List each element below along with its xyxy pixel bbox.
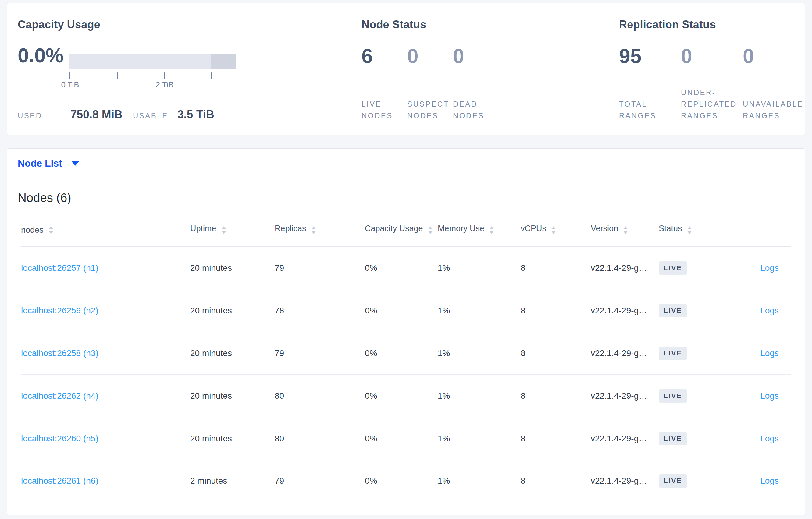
- column-header-uptime[interactable]: Uptime: [190, 224, 274, 236]
- node-link[interactable]: localhost:26260 (n5): [21, 434, 98, 443]
- logs-link[interactable]: Logs: [760, 263, 779, 273]
- table-row: localhost:26259 (n2) 20 minutes 78 0% 1%…: [21, 289, 791, 332]
- axis-tick: [69, 72, 70, 79]
- version-cell: v22.1.4-29-g…: [591, 391, 659, 401]
- logs-link[interactable]: Logs: [760, 434, 779, 443]
- node-status-section: Node Status 6 LIVE NODES 0 SUSPECT NODES…: [361, 18, 617, 31]
- uptime-cell: 2 minutes: [190, 476, 274, 486]
- column-header-capacity-usage[interactable]: Capacity Usage: [365, 224, 438, 236]
- used-label: USED: [18, 112, 70, 120]
- table-row: localhost:26257 (n1) 20 minutes 79 0% 1%…: [21, 247, 791, 289]
- uptime-cell: 20 minutes: [190, 263, 274, 273]
- replicas-cell: 79: [274, 263, 365, 273]
- uptime-cell: 20 minutes: [190, 348, 274, 358]
- table-row: localhost:26258 (n3) 20 minutes 79 0% 1%…: [21, 332, 791, 375]
- usable-value: 3.5 TiB: [177, 108, 214, 121]
- node-link[interactable]: localhost:26257 (n1): [21, 263, 98, 273]
- cluster-summary-card: Capacity Usage 0.0% 0 TiB 2 TiB USED 750…: [7, 3, 805, 135]
- node-list-dropdown[interactable]: Node List: [18, 158, 62, 169]
- version-cell: v22.1.4-29-g…: [591, 306, 659, 315]
- capacity-usage-title: Capacity Usage: [18, 18, 359, 31]
- suspect-nodes-count: 0: [407, 46, 447, 66]
- capacity-bar-other-segment: [211, 54, 236, 69]
- capacity-cell: 0%: [365, 434, 438, 444]
- uptime-cell: 20 minutes: [190, 306, 274, 315]
- vcpus-cell: 8: [521, 263, 591, 273]
- replication-status-section: Replication Status 95 TOTAL RANGES 0 UND…: [619, 18, 802, 31]
- vcpus-cell: 8: [521, 348, 591, 358]
- memory-cell: 1%: [438, 306, 521, 315]
- logs-link[interactable]: Logs: [760, 391, 779, 400]
- column-header-vcpus[interactable]: vCPUs: [521, 224, 591, 236]
- status-badge: LIVE: [659, 346, 687, 360]
- logs-link[interactable]: Logs: [760, 306, 779, 315]
- suspect-nodes-label: SUSPECT NODES: [407, 98, 447, 122]
- under-replicated-ranges-stat: 0 UNDER-REPLICATED RANGES: [681, 46, 736, 122]
- column-header-version[interactable]: Version: [591, 224, 659, 236]
- memory-cell: 1%: [438, 263, 521, 273]
- column-header-status[interactable]: Status: [659, 224, 729, 236]
- sort-icon: [687, 226, 692, 234]
- vcpus-cell: 8: [521, 434, 591, 444]
- uptime-cell: 20 minutes: [190, 434, 274, 444]
- dead-nodes-count: 0: [453, 46, 493, 66]
- capacity-cell: 0%: [365, 263, 438, 273]
- capacity-cell: 0%: [365, 348, 438, 358]
- replication-status-title: Replication Status: [619, 18, 802, 31]
- node-status-title: Node Status: [361, 18, 617, 31]
- sort-icon: [489, 226, 494, 234]
- memory-cell: 1%: [438, 476, 521, 486]
- node-link[interactable]: localhost:26262 (n4): [21, 391, 98, 400]
- nodes-table: nodes Uptime Replicas Capacity Usage Mem…: [21, 214, 791, 502]
- replicas-cell: 79: [274, 348, 365, 358]
- unavailable-ranges-count: 0: [743, 46, 798, 66]
- suspect-nodes-stat: 0 SUSPECT NODES: [407, 46, 447, 122]
- vcpus-cell: 8: [521, 306, 591, 315]
- node-link[interactable]: localhost:26261 (n6): [21, 476, 98, 486]
- axis-tick: [164, 72, 165, 79]
- live-nodes-stat: 6 LIVE NODES: [361, 46, 401, 122]
- replicas-cell: 80: [274, 434, 365, 444]
- memory-cell: 1%: [438, 391, 521, 401]
- status-badge: LIVE: [659, 432, 687, 445]
- node-list-card: Node List Nodes (6) nodes Uptime Replica…: [7, 148, 805, 515]
- replicas-cell: 79: [274, 476, 365, 486]
- capacity-percent-value: 0.0%: [18, 45, 63, 65]
- logs-link[interactable]: Logs: [760, 348, 779, 358]
- status-badge: LIVE: [659, 389, 687, 403]
- used-value: 750.8 MiB: [70, 108, 133, 121]
- node-list-dropdown-bar: Node List: [7, 149, 805, 178]
- unavailable-ranges-stat: 0 UNAVAILABLE RANGES: [743, 46, 798, 122]
- axis-tick: [211, 72, 212, 79]
- usable-label: USABLE: [133, 112, 177, 120]
- capacity-cell: 0%: [365, 391, 438, 401]
- axis-tick: [117, 72, 118, 79]
- sort-icon: [428, 226, 433, 234]
- capacity-usage-bar: [69, 54, 236, 69]
- version-cell: v22.1.4-29-g…: [591, 348, 659, 358]
- status-badge: LIVE: [659, 261, 687, 275]
- status-badge: LIVE: [659, 304, 687, 317]
- unavailable-ranges-label: UNAVAILABLE RANGES: [743, 98, 798, 122]
- live-nodes-count: 6: [361, 46, 401, 66]
- column-header-replicas[interactable]: Replicas: [274, 224, 365, 236]
- memory-cell: 1%: [438, 434, 521, 444]
- node-link[interactable]: localhost:26258 (n3): [21, 348, 98, 358]
- vcpus-cell: 8: [521, 391, 591, 401]
- table-row: localhost:26261 (n6) 2 minutes 79 0% 1% …: [21, 460, 791, 502]
- version-cell: v22.1.4-29-g…: [591, 434, 659, 444]
- sort-icon: [623, 226, 628, 234]
- chevron-down-icon[interactable]: [71, 161, 79, 166]
- capacity-stats-row: USED 750.8 MiB USABLE 3.5 TiB: [18, 108, 214, 121]
- logs-link[interactable]: Logs: [760, 476, 779, 486]
- uptime-cell: 20 minutes: [190, 391, 274, 401]
- version-cell: v22.1.4-29-g…: [591, 263, 659, 273]
- capacity-cell: 0%: [365, 476, 438, 486]
- column-header-nodes[interactable]: nodes: [21, 225, 190, 235]
- node-status-stats: 6 LIVE NODES 0 SUSPECT NODES 0 DEAD NODE…: [361, 46, 493, 122]
- vcpus-cell: 8: [521, 476, 591, 486]
- live-nodes-label: LIVE NODES: [361, 98, 401, 122]
- node-link[interactable]: localhost:26259 (n2): [21, 306, 98, 315]
- sort-icon: [49, 226, 53, 234]
- column-header-memory-use[interactable]: Memory Use: [438, 224, 521, 236]
